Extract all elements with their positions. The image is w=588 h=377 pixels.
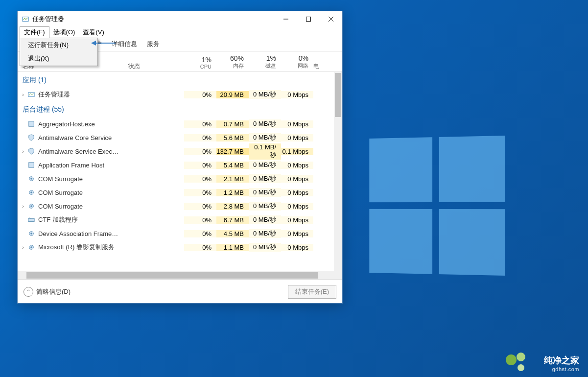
task-manager-icon	[27, 91, 35, 98]
fewer-details-button[interactable]: ⌃ 简略信息(D)	[24, 287, 71, 297]
keyboard-icon	[27, 216, 35, 224]
menu-options[interactable]: 选项(O)	[49, 27, 79, 38]
table-row[interactable]: AggregatorHost.exe0%0.7 MB0 MB/秒0 Mbps	[18, 117, 342, 131]
header-extra[interactable]: 电	[313, 51, 319, 71]
svg-point-21	[30, 246, 32, 248]
task-manager-window: 任务管理器 文件(F) 选项(O) 查看(V) 运行新任务(N) 退出(X) 进…	[17, 11, 343, 304]
window-title: 任务管理器	[32, 15, 64, 24]
header-cpu[interactable]: 1%CPU	[184, 51, 216, 71]
svg-rect-8	[29, 121, 34, 127]
menu-file[interactable]: 文件(F)	[20, 26, 49, 38]
table-row[interactable]: Antimalware Core Service0%5.6 MB0 MB/秒0 …	[18, 131, 342, 144]
app-icon	[27, 161, 35, 169]
horizontal-scrollbar[interactable]	[18, 271, 342, 280]
menu-view[interactable]: 查看(V)	[79, 27, 108, 38]
header-network[interactable]: 0%网络	[281, 51, 313, 71]
footer-bar: ⌃ 简略信息(D) 结束任务(E)	[18, 280, 342, 303]
gear-icon	[27, 202, 35, 210]
section-apps: 应用 (1)	[18, 72, 342, 88]
svg-point-13	[30, 191, 32, 193]
table-row[interactable]: Device Association Framewo...0%4.5 MB0 M…	[18, 227, 342, 240]
tutorial-arrow-icon	[91, 40, 116, 48]
svg-point-11	[30, 178, 32, 180]
chevron-right-icon[interactable]: ›	[20, 92, 26, 97]
chevron-right-icon[interactable]: ›	[20, 244, 26, 250]
header-memory[interactable]: 60%内存	[216, 51, 249, 71]
table-row[interactable]: CTF 加载程序0%6.7 MB0 MB/秒0 Mbps	[18, 213, 342, 227]
section-background: 后台进程 (55)	[18, 101, 342, 117]
shield-icon	[27, 147, 35, 155]
close-button[interactable]	[320, 11, 342, 27]
exe-icon	[27, 120, 35, 128]
windows-logo-wallpaper	[369, 136, 505, 276]
menu-run-new-task[interactable]: 运行新任务(N)	[20, 38, 97, 52]
svg-point-15	[30, 205, 32, 207]
table-row[interactable]: COM Surrogate0%1.2 MB0 MB/秒0 Mbps	[18, 186, 342, 199]
table-row[interactable]: COM Surrogate0%2.1 MB0 MB/秒0 Mbps	[18, 172, 342, 186]
file-menu-dropdown: 运行新任务(N) 退出(X)	[20, 38, 98, 66]
maximize-button[interactable]	[297, 11, 320, 27]
process-table: 应用 (1) ›任务管理器 0% 20.9 MB 0 MB/秒 0 Mbps 后…	[18, 72, 342, 271]
gear-icon	[27, 243, 35, 251]
minimize-button[interactable]	[275, 11, 297, 27]
end-task-button[interactable]: 结束任务(E)	[288, 285, 336, 299]
shield-icon	[27, 134, 35, 141]
table-row[interactable]: ›Microsoft (R) 卷影复制服务0%1.1 MB0 MB/秒0 Mbp…	[18, 240, 342, 254]
gear-icon	[27, 230, 35, 237]
task-manager-icon	[22, 15, 29, 23]
svg-rect-2	[306, 17, 311, 22]
watermark: 纯净之家 gdhst.com	[544, 354, 579, 372]
chevron-right-icon[interactable]: ›	[20, 148, 26, 154]
gear-icon	[27, 188, 35, 196]
svg-rect-9	[29, 163, 34, 168]
svg-rect-16	[28, 218, 34, 221]
chevron-up-icon: ⌃	[24, 287, 33, 297]
titlebar[interactable]: 任务管理器	[18, 11, 342, 27]
gear-icon	[27, 175, 35, 183]
vertical-scrollbar[interactable]	[334, 72, 342, 271]
table-row[interactable]: ›Antimalware Service Executa...0%132.7 M…	[18, 144, 342, 158]
header-status[interactable]: 状态	[126, 51, 184, 71]
menu-exit[interactable]: 退出(X)	[20, 52, 97, 66]
tab-services[interactable]: 服务	[142, 37, 165, 51]
svg-marker-6	[91, 41, 96, 46]
svg-point-19	[30, 233, 32, 235]
table-row[interactable]: ›任务管理器 0% 20.9 MB 0 MB/秒 0 Mbps	[18, 88, 342, 101]
table-row[interactable]: Application Frame Host0%5.4 MB0 MB/秒0 Mb…	[18, 158, 342, 172]
watermark-logo-icon	[506, 353, 525, 372]
header-disk[interactable]: 1%磁盘	[249, 51, 281, 71]
menubar: 文件(F) 选项(O) 查看(V) 运行新任务(N) 退出(X)	[18, 27, 342, 38]
chevron-right-icon[interactable]: ›	[20, 203, 26, 209]
table-row[interactable]: ›COM Surrogate0%2.8 MB0 MB/秒0 Mbps	[18, 199, 342, 213]
